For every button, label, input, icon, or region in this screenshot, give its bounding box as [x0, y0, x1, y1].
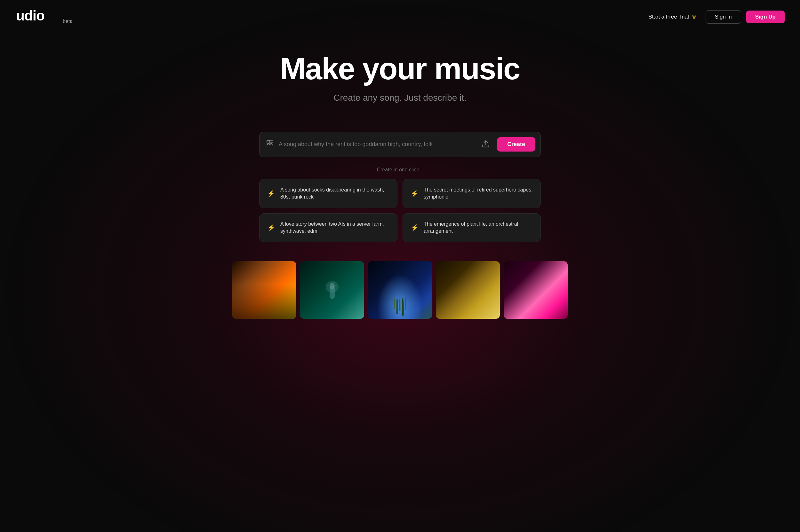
- sign-in-button[interactable]: Sign In: [706, 10, 741, 24]
- logo-area: udio beta: [15, 8, 73, 26]
- suggestion-text-2: The secret meetings of retired superhero…: [424, 186, 533, 201]
- hero-section: Make your music Create any song. Just de…: [0, 34, 800, 132]
- hero-subtitle: Create any song. Just describe it.: [6, 93, 794, 103]
- search-bar: Create: [259, 132, 541, 157]
- header: udio beta Start a Free Trial ♛ Sign In S…: [0, 0, 800, 34]
- lightning-icon-2: ⚡: [411, 190, 419, 197]
- search-input[interactable]: [279, 141, 475, 148]
- logo: udio: [15, 8, 60, 26]
- header-actions: Start a Free Trial ♛ Sign In Sign Up: [644, 10, 785, 24]
- strip-card-4[interactable]: [436, 261, 500, 319]
- sign-up-button[interactable]: Sign Up: [746, 11, 785, 23]
- search-container: Create: [253, 132, 547, 157]
- music-icon: [266, 139, 274, 150]
- free-trial-button[interactable]: Start a Free Trial ♛: [644, 11, 701, 23]
- suggestion-text-4: The emergence of plant life, an orchestr…: [424, 221, 533, 235]
- svg-rect-1: [267, 140, 270, 143]
- strip-card-3[interactable]: [368, 261, 432, 319]
- upload-icon[interactable]: [479, 137, 492, 152]
- strip-card-1[interactable]: [232, 261, 296, 319]
- image-strip: [0, 261, 800, 319]
- suggestion-card-3[interactable]: ⚡ A love story between two AIs in a serv…: [259, 213, 397, 242]
- strip-card-2[interactable]: [300, 261, 364, 319]
- crown-icon: ♛: [692, 14, 697, 20]
- lightning-icon-1: ⚡: [267, 190, 275, 197]
- lightning-icon-4: ⚡: [411, 224, 419, 231]
- lightning-icon-3: ⚡: [267, 224, 275, 231]
- svg-point-5: [330, 283, 335, 289]
- beta-label: beta: [63, 19, 73, 24]
- suggestion-card-2[interactable]: ⚡ The secret meetings of retired superhe…: [403, 179, 541, 208]
- hero-title: Make your music: [6, 53, 794, 85]
- free-trial-label: Start a Free Trial: [648, 14, 689, 20]
- suggestion-text-1: A song about socks disappearing in the w…: [280, 186, 389, 201]
- suggestion-text-3: A love story between two AIs in a server…: [280, 221, 389, 235]
- create-button[interactable]: Create: [497, 137, 535, 152]
- svg-text:udio: udio: [16, 8, 44, 23]
- suggestions-grid: ⚡ A song about socks disappearing in the…: [253, 179, 547, 242]
- one-click-label: Create in one click...: [0, 167, 800, 173]
- strip-card-5[interactable]: [504, 261, 568, 319]
- suggestion-card-4[interactable]: ⚡ The emergence of plant life, an orches…: [403, 213, 541, 242]
- suggestion-card-1[interactable]: ⚡ A song about socks disappearing in the…: [259, 179, 397, 208]
